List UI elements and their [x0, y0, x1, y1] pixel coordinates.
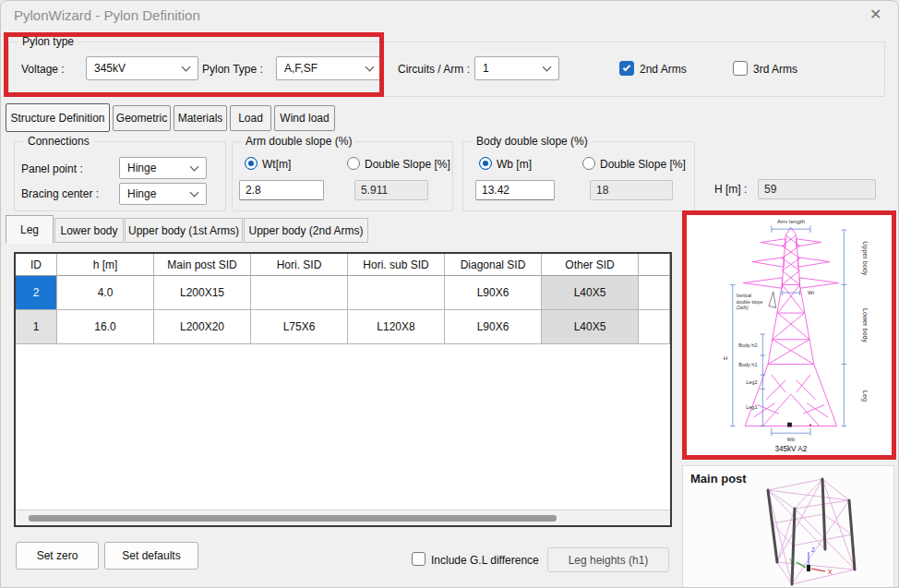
axis-x-label: X: [828, 569, 833, 575]
wt-radio-label: Wt[m]: [262, 158, 291, 171]
wt-radio[interactable]: [245, 157, 258, 170]
tab-label: Structure Definition: [10, 112, 104, 125]
scrollbar-thumb[interactable]: [29, 515, 557, 522]
diagram-label-leg: Leg: [861, 390, 869, 402]
col-header-h[interactable]: h [m]: [57, 254, 154, 276]
pylon-type-select[interactable]: A,F,SF: [276, 56, 382, 80]
cell-other[interactable]: L40X5: [542, 276, 639, 310]
axis-y-label: Y: [789, 558, 794, 564]
body-double-slope-radio-label: Double Slope [%]: [600, 158, 686, 171]
cell-hori-sub[interactable]: [348, 276, 445, 310]
diagram-caption: 345kV A2: [775, 445, 808, 453]
close-icon[interactable]: ✕: [869, 6, 881, 23]
subtab-label: Upper body (2nd Arms): [248, 224, 363, 237]
bracing-center-label: Bracing center :: [21, 187, 99, 200]
diagram-label-upper-body: Upper body: [861, 241, 869, 275]
window-title: PylonWizard - Pylon Definition: [14, 7, 200, 23]
subtab-label: Upper body (1st Arms): [128, 224, 239, 237]
col-header-id[interactable]: ID: [16, 254, 57, 276]
tab-label: Geometric: [116, 112, 167, 125]
set-zero-button[interactable]: Set zero: [16, 542, 99, 570]
circuits-label: Circuits / Arm :: [398, 63, 470, 76]
third-arms-label: 3rd Arms: [753, 63, 797, 76]
cell-hori[interactable]: L75X6: [251, 310, 348, 344]
cell-id[interactable]: 1: [16, 310, 57, 344]
tab-geometric[interactable]: Geometric: [113, 105, 171, 131]
subtab-label: Lower body: [60, 224, 117, 237]
col-header-hori-sub[interactable]: Hori. sub SID: [348, 254, 445, 276]
col-header-main-post[interactable]: Main post SID: [154, 254, 251, 276]
arm-slope-group: Arm double slope (%): [232, 141, 453, 211]
include-gl-checkbox[interactable]: [412, 552, 426, 566]
col-header-filler: [639, 254, 670, 276]
cell-filler: [639, 276, 670, 310]
diagram-note-line2: double slope: [737, 299, 763, 305]
diagram-labels: Arm length Upper body Lower body Leg Wt …: [724, 218, 869, 453]
cell-other[interactable]: L40X5: [542, 310, 639, 344]
tab-structure-definition[interactable]: Structure Definition: [6, 103, 110, 132]
table-header-row: ID h [m] Main post SID Hori. SID Hori. s…: [16, 254, 670, 276]
voltage-label: Voltage :: [21, 63, 65, 76]
bracing-center-value: Hinge: [127, 187, 156, 200]
circuits-select[interactable]: 1: [474, 56, 559, 80]
col-header-hori[interactable]: Hori. SID: [251, 254, 348, 276]
cell-main-post[interactable]: L200X15: [154, 276, 251, 310]
body-slope-group-label: Body double slope (%): [473, 135, 592, 148]
bracing-center-select[interactable]: Hinge: [119, 183, 207, 205]
panel-point-select[interactable]: Hinge: [119, 157, 207, 179]
table-row[interactable]: 2 4.0 L200X15 L90X6 L40X5: [16, 276, 670, 310]
subtab-lower-body[interactable]: Lower body: [54, 218, 124, 243]
tab-load[interactable]: Load: [230, 105, 271, 131]
leg-heights-button[interactable]: Leg heights (h1): [547, 547, 669, 572]
chevron-down-icon: [182, 63, 191, 72]
cell-h[interactable]: 4.0: [57, 276, 154, 310]
body-double-slope-radio[interactable]: [582, 157, 595, 170]
base-origin-marker: [787, 423, 792, 427]
body-slope-group: Body double slope (%): [462, 141, 695, 211]
horizontal-scrollbar[interactable]: [16, 510, 670, 525]
col-header-other[interactable]: Other SID: [542, 254, 639, 276]
connections-group-label: Connections: [24, 135, 93, 148]
chevron-down-icon: [190, 188, 199, 198]
subtab-upper-body-2nd[interactable]: Upper body (2nd Arms): [244, 218, 368, 243]
cell-diagonal[interactable]: L90X6: [445, 310, 542, 344]
cell-hori-sub[interactable]: L120X8: [348, 310, 445, 344]
subtab-leg[interactable]: Leg: [6, 215, 54, 244]
pylon-diagram-panel: Arm length Upper body Lower body Leg Wt …: [682, 210, 896, 460]
cell-id[interactable]: 2: [16, 276, 57, 310]
diagram-label-lower-body: Lower body: [861, 308, 869, 342]
cell-diagonal[interactable]: L90X6: [445, 276, 542, 310]
diagram-label-wb: Wb: [787, 437, 796, 442]
base-axis-dot: [809, 424, 811, 426]
diagram-label-body-h1: Body h1: [738, 362, 757, 367]
voltage-select[interactable]: 345kV: [86, 56, 198, 80]
table-row[interactable]: 1 16.0 L200X20 L75X6 L120X8 L90X6 L40X5: [16, 310, 670, 344]
wb-radio[interactable]: [479, 157, 492, 170]
cell-hori[interactable]: [251, 276, 348, 310]
tab-label: Wind load: [280, 112, 329, 125]
tab-wind-load[interactable]: Wind load: [274, 105, 335, 131]
diagram-label-wt: Wt: [808, 290, 814, 295]
second-arms-label: 2nd Arms: [640, 63, 687, 76]
diagram-note-line1: Vertical: [737, 293, 752, 298]
second-arms-checkbox[interactable]: [619, 61, 634, 76]
set-defaults-button[interactable]: Set defaults: [104, 542, 198, 570]
diagram-label-body-h2: Body h2: [738, 342, 757, 348]
axis-z-label: Z: [811, 546, 815, 553]
h-label: H [m] :: [714, 183, 747, 196]
third-arms-checkbox[interactable]: [733, 61, 748, 76]
body-double-slope-input: 18: [590, 180, 673, 200]
col-header-diagonal[interactable]: Diagonal SID: [445, 254, 542, 276]
pylon-type-label: Pylon Type :: [202, 63, 263, 76]
cell-h[interactable]: 16.0: [57, 310, 154, 344]
cell-main-post[interactable]: L200X20: [154, 310, 251, 344]
voltage-value: 345kV: [94, 62, 126, 75]
panel-point-label: Panel point :: [21, 162, 83, 175]
arm-double-slope-radio[interactable]: [347, 157, 360, 170]
slope-indicator-glyph: [769, 292, 776, 307]
subtab-upper-body-1st[interactable]: Upper body (1st Arms): [125, 218, 243, 243]
wt-input[interactable]: 2.8: [239, 180, 324, 200]
wb-input[interactable]: 13.42: [475, 180, 555, 200]
arm-double-slope-input: 5.911: [354, 180, 428, 200]
tab-materials[interactable]: Materials: [174, 105, 227, 131]
